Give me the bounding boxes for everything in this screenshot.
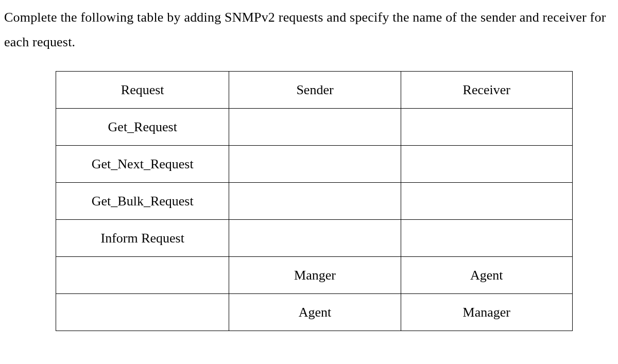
table-row: Get_Bulk_Request [56,183,573,220]
snmp-table: Request Sender Receiver Get_Request Get_… [56,71,573,331]
cell-request: Get_Next_Request [56,146,229,183]
cell-request [56,294,229,331]
cell-sender: Agent [229,294,401,331]
header-receiver: Receiver [401,72,572,109]
cell-receiver [401,220,572,257]
cell-sender [229,146,401,183]
table-row: Agent Manager [56,294,573,331]
cell-receiver [401,146,572,183]
cell-request [56,257,229,294]
cell-sender [229,109,401,146]
table-header-row: Request Sender Receiver [56,72,573,109]
instruction-text: Complete the following table by adding S… [4,5,614,55]
header-request: Request [56,72,229,109]
table-row: Get_Next_Request [56,146,573,183]
cell-receiver: Manager [401,294,572,331]
header-sender: Sender [229,72,401,109]
cell-sender [229,183,401,220]
cell-receiver [401,183,572,220]
cell-sender: Manger [229,257,401,294]
cell-request: Get_Bulk_Request [56,183,229,220]
table-container: Request Sender Receiver Get_Request Get_… [4,71,614,331]
cell-request: Get_Request [56,109,229,146]
cell-sender [229,220,401,257]
table-row: Get_Request [56,109,573,146]
table-row: Inform Request [56,220,573,257]
cell-receiver: Agent [401,257,572,294]
cell-receiver [401,109,572,146]
table-row: Manger Agent [56,257,573,294]
cell-request: Inform Request [56,220,229,257]
